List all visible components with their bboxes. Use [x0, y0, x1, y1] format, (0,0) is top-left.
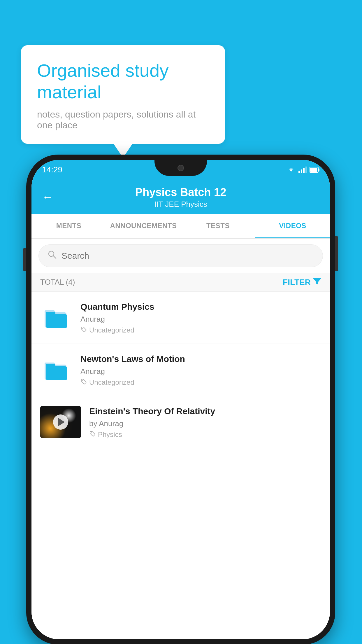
- battery-icon: [310, 167, 319, 173]
- tag-label: Uncategorized: [89, 378, 134, 386]
- svg-rect-17: [46, 366, 67, 380]
- app-header: ← Physics Batch 12 IIT JEE Physics: [31, 180, 330, 214]
- filter-icon: [313, 277, 321, 287]
- svg-rect-3: [305, 167, 307, 173]
- svg-point-19: [82, 380, 83, 381]
- filter-label: FILTER: [283, 278, 311, 287]
- svg-point-14: [82, 328, 83, 329]
- tag-icon: [80, 378, 87, 386]
- list-item[interactable]: Quantum Physics Anurag Uncategorized: [31, 292, 330, 344]
- play-triangle-icon: [58, 418, 65, 426]
- video-info: Newton's Laws of Motion Anurag Uncategor…: [80, 353, 321, 386]
- video-author: Anurag: [80, 367, 321, 376]
- svg-line-8: [53, 256, 56, 258]
- video-tag: Uncategorized: [80, 326, 321, 334]
- wifi-icon: [287, 166, 296, 173]
- video-list: Quantum Physics Anurag Uncategorized: [31, 292, 330, 639]
- video-thumbnail: [40, 406, 81, 438]
- status-icons: [287, 166, 319, 173]
- video-title: Quantum Physics: [80, 301, 321, 312]
- search-bar[interactable]: [38, 244, 323, 267]
- svg-rect-13: [46, 312, 55, 315]
- back-button[interactable]: ←: [42, 190, 54, 204]
- tab-ments[interactable]: MENTS: [31, 214, 106, 238]
- search-input[interactable]: [61, 251, 314, 261]
- folder-icon: [40, 302, 72, 334]
- video-author: Anurag: [80, 315, 321, 324]
- tag-label: Physics: [98, 430, 122, 439]
- folder-icon: [40, 354, 72, 386]
- tag-label: Uncategorized: [89, 326, 134, 334]
- speech-bubble-subtitle: notes, question papers, solutions all at…: [37, 109, 209, 131]
- list-item[interactable]: Einstein's Theory Of Relativity by Anura…: [31, 396, 330, 448]
- svg-rect-6: [310, 168, 317, 172]
- video-info: Quantum Physics Anurag Uncategorized: [80, 301, 321, 334]
- filter-bar: TOTAL (4) FILTER: [31, 273, 330, 292]
- tab-videos[interactable]: VIDEOS: [255, 214, 330, 238]
- power-button: [335, 236, 338, 271]
- play-button[interactable]: [53, 414, 68, 430]
- tab-announcements[interactable]: ANNOUNCEMENTS: [106, 214, 181, 238]
- signal-icon: [298, 166, 307, 173]
- video-author: by Anurag: [89, 419, 321, 428]
- speech-bubble: Organised study material notes, question…: [21, 45, 225, 144]
- tag-icon: [80, 326, 87, 334]
- list-item[interactable]: Newton's Laws of Motion Anurag Uncategor…: [31, 344, 330, 396]
- video-tag: Uncategorized: [80, 378, 321, 386]
- front-camera: [178, 165, 184, 171]
- filter-button[interactable]: FILTER: [283, 277, 321, 287]
- header-subtitle: IIT JEE Physics: [154, 200, 207, 209]
- status-bar: 14:29: [31, 160, 330, 180]
- svg-rect-18: [46, 364, 55, 368]
- svg-rect-12: [46, 314, 67, 328]
- tag-icon: [89, 430, 96, 439]
- video-tag: Physics: [89, 430, 321, 439]
- speech-bubble-title: Organised study material: [37, 60, 209, 103]
- svg-rect-1: [301, 169, 302, 173]
- svg-marker-9: [313, 278, 321, 285]
- tabs-container: MENTS ANNOUNCEMENTS TESTS VIDEOS: [31, 214, 330, 239]
- search-icon: [48, 250, 57, 262]
- svg-point-20: [91, 433, 92, 433]
- tab-tests[interactable]: TESTS: [181, 214, 255, 238]
- svg-rect-5: [318, 169, 319, 171]
- total-count-label: TOTAL (4): [40, 278, 75, 287]
- volume-button: [23, 248, 26, 271]
- header-title: Physics Batch 12: [135, 186, 226, 199]
- status-time: 14:29: [42, 165, 62, 174]
- notch: [154, 160, 207, 176]
- svg-rect-0: [298, 171, 300, 173]
- phone-frame: 14:29: [26, 155, 335, 644]
- video-title: Newton's Laws of Motion: [80, 353, 321, 365]
- video-title: Einstein's Theory Of Relativity: [89, 405, 321, 417]
- phone-screen: 14:29: [31, 160, 330, 639]
- video-info: Einstein's Theory Of Relativity by Anura…: [89, 405, 321, 439]
- svg-rect-2: [303, 168, 305, 173]
